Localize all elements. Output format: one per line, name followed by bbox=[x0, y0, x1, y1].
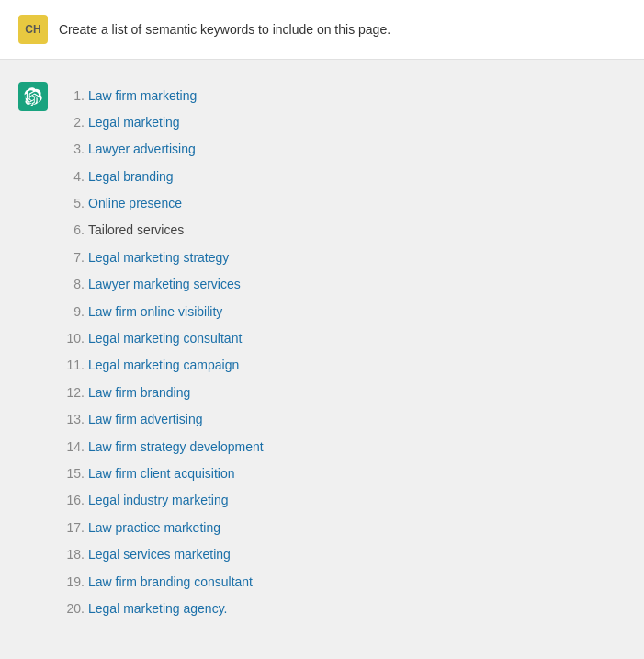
item-text: Law firm online visibility bbox=[88, 301, 222, 322]
item-number: 1. bbox=[59, 85, 85, 106]
list-item: 4.Legal branding bbox=[59, 163, 264, 189]
list-item: 9.Law firm online visibility bbox=[59, 298, 264, 324]
item-text: Law practice marketing bbox=[88, 517, 220, 538]
list-item: 11.Legal marketing campaign bbox=[59, 352, 264, 379]
list-item: 2.Legal marketing bbox=[59, 108, 264, 135]
item-number: 9. bbox=[59, 301, 85, 322]
openai-icon bbox=[24, 87, 42, 106]
item-text: Law firm marketing bbox=[88, 85, 197, 106]
list-item: 3.Lawyer advertising bbox=[59, 136, 264, 163]
item-text: Legal marketing consultant bbox=[88, 328, 242, 348]
item-number: 12. bbox=[59, 382, 85, 403]
list-item: 12.Law firm branding bbox=[59, 379, 264, 405]
item-number: 11. bbox=[59, 355, 85, 375]
list-item: 1.Law firm marketing bbox=[59, 82, 264, 108]
item-number: 13. bbox=[59, 409, 85, 429]
item-text: Law firm advertising bbox=[88, 409, 203, 429]
item-text: Legal services marketing bbox=[88, 544, 231, 564]
list-item: 17.Law practice marketing bbox=[59, 514, 264, 540]
list-item: 19.Law firm branding consultant bbox=[59, 568, 264, 595]
ai-avatar bbox=[18, 82, 48, 111]
item-number: 5. bbox=[59, 193, 85, 213]
item-number: 3. bbox=[59, 139, 85, 159]
list-item: 16.Legal industry marketing bbox=[59, 487, 264, 514]
item-number: 19. bbox=[59, 572, 85, 592]
item-text: Tailored services bbox=[88, 220, 184, 240]
item-number: 2. bbox=[59, 112, 85, 132]
item-text: Legal marketing agency. bbox=[88, 598, 228, 619]
list-item: 7.Legal marketing strategy bbox=[59, 244, 264, 270]
item-text: Legal marketing bbox=[88, 112, 180, 132]
item-text: Law firm client acquisition bbox=[88, 463, 235, 483]
ai-response-section: 1.Law firm marketing2.Legal marketing3.L… bbox=[0, 60, 644, 644]
user-message-text: Create a list of semantic keywords to in… bbox=[59, 15, 390, 40]
item-number: 16. bbox=[59, 490, 85, 510]
list-item: 5.Online presence bbox=[59, 190, 264, 217]
item-number: 18. bbox=[59, 544, 85, 564]
item-text: Legal marketing campaign bbox=[88, 355, 239, 375]
item-number: 14. bbox=[59, 437, 85, 457]
list-item: 6.Tailored services bbox=[59, 217, 264, 244]
item-text: Legal branding bbox=[88, 166, 174, 187]
keywords-list: 1.Law firm marketing2.Legal marketing3.L… bbox=[59, 82, 264, 622]
item-number: 4. bbox=[59, 166, 85, 187]
user-message-section: CH Create a list of semantic keywords to… bbox=[0, 0, 644, 60]
item-text: Law firm branding consultant bbox=[88, 572, 253, 592]
list-item: 15.Law firm client acquisition bbox=[59, 460, 264, 486]
item-number: 8. bbox=[59, 274, 85, 294]
item-text: Law firm strategy development bbox=[88, 437, 264, 457]
item-text: Law firm branding bbox=[88, 382, 190, 403]
list-item: 14.Law firm strategy development bbox=[59, 433, 264, 460]
item-text: Legal industry marketing bbox=[88, 490, 229, 510]
item-number: 10. bbox=[59, 328, 85, 348]
item-text: Lawyer marketing services bbox=[88, 274, 241, 294]
user-avatar: CH bbox=[18, 15, 48, 44]
list-item: 18.Legal services marketing bbox=[59, 541, 264, 568]
item-text: Legal marketing strategy bbox=[88, 247, 229, 267]
item-number: 17. bbox=[59, 517, 85, 538]
list-item: 20.Legal marketing agency. bbox=[59, 595, 264, 621]
item-text: Lawyer advertising bbox=[88, 139, 196, 159]
item-number: 7. bbox=[59, 247, 85, 267]
item-number: 6. bbox=[59, 220, 85, 240]
list-item: 8.Lawyer marketing services bbox=[59, 271, 264, 298]
item-number: 20. bbox=[59, 598, 85, 619]
item-text: Online presence bbox=[88, 193, 182, 213]
item-number: 15. bbox=[59, 463, 85, 483]
user-avatar-label: CH bbox=[25, 23, 40, 36]
list-item: 10.Legal marketing consultant bbox=[59, 325, 264, 352]
list-item: 13.Law firm advertising bbox=[59, 406, 264, 433]
